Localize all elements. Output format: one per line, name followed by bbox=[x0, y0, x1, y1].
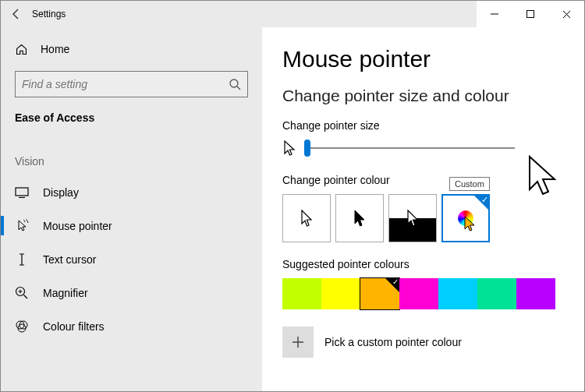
maximize-button[interactable] bbox=[512, 1, 548, 27]
colour-swatch[interactable] bbox=[477, 278, 516, 309]
home-nav[interactable]: Home bbox=[1, 34, 262, 65]
back-button[interactable] bbox=[1, 1, 32, 27]
plus-icon bbox=[282, 327, 314, 358]
sidebar-item-label: Magnifier bbox=[43, 287, 88, 299]
svg-point-12 bbox=[18, 324, 26, 332]
colour-filters-icon bbox=[15, 320, 29, 334]
page-title: Mouse pointer bbox=[282, 46, 564, 72]
pointer-colour-inverted[interactable] bbox=[388, 194, 437, 242]
svg-line-7 bbox=[24, 295, 28, 298]
svg-point-2 bbox=[230, 79, 238, 87]
sidebar-item-label: Colour filters bbox=[43, 320, 105, 333]
sidebar-item-display[interactable]: Display bbox=[1, 175, 262, 209]
pick-custom-colour[interactable]: Pick a custom pointer colour bbox=[282, 327, 564, 358]
suggested-colours: ✓ bbox=[282, 278, 564, 309]
slider-thumb[interactable] bbox=[304, 139, 310, 157]
home-icon bbox=[15, 43, 28, 56]
group-heading: Vision bbox=[1, 138, 262, 175]
search-icon bbox=[229, 78, 241, 90]
sidebar-item-label: Text cursor bbox=[43, 253, 96, 266]
close-button[interactable] bbox=[548, 1, 584, 27]
colour-swatch[interactable] bbox=[321, 278, 360, 309]
sidebar-item-text-cursor[interactable]: Text cursor bbox=[1, 242, 262, 276]
text-cursor-icon bbox=[15, 253, 29, 267]
search-box[interactable] bbox=[15, 71, 248, 97]
small-cursor-icon bbox=[282, 139, 296, 157]
colour-swatch[interactable] bbox=[399, 278, 438, 309]
colour-swatch[interactable] bbox=[516, 278, 555, 309]
sidebar: Home Ease of Access Vision Display bbox=[1, 27, 262, 391]
sidebar-item-magnifier[interactable]: Magnifier bbox=[1, 276, 262, 309]
content-area: Mouse pointer Change pointer size and co… bbox=[262, 27, 584, 391]
svg-line-3 bbox=[237, 87, 240, 90]
magnifier-icon bbox=[15, 286, 29, 300]
mouse-pointer-icon bbox=[15, 219, 29, 233]
titlebar: Settings bbox=[1, 1, 584, 27]
large-cursor-icon bbox=[525, 154, 559, 197]
search-input[interactable] bbox=[22, 78, 229, 90]
colour-swatch[interactable] bbox=[282, 278, 321, 309]
colour-swatch[interactable]: ✓ bbox=[360, 278, 399, 309]
colour-swatch[interactable] bbox=[438, 278, 477, 309]
sidebar-item-mouse-pointer[interactable]: Mouse pointer bbox=[1, 209, 262, 242]
sidebar-item-label: Mouse pointer bbox=[43, 220, 112, 232]
custom-tooltip: Custom bbox=[449, 177, 490, 191]
pointer-size-slider[interactable] bbox=[304, 139, 515, 157]
sidebar-item-label: Display bbox=[43, 186, 79, 199]
svg-rect-1 bbox=[527, 11, 534, 18]
pointer-colour-black[interactable] bbox=[335, 194, 384, 242]
home-label: Home bbox=[41, 43, 69, 55]
sidebar-item-colour-filters[interactable]: Colour filters bbox=[1, 309, 262, 343]
section-heading: Ease of Access bbox=[1, 107, 262, 138]
display-icon bbox=[15, 187, 29, 198]
svg-rect-4 bbox=[16, 188, 28, 196]
pick-custom-label: Pick a custom pointer colour bbox=[324, 336, 462, 348]
window-title: Settings bbox=[32, 9, 66, 19]
check-icon: ✓ bbox=[392, 277, 399, 286]
pointer-colour-custom[interactable]: Custom ✓ bbox=[441, 194, 490, 242]
pointer-colour-white[interactable] bbox=[282, 194, 331, 242]
page-subtitle: Change pointer size and colour bbox=[282, 87, 564, 105]
minimize-button[interactable] bbox=[477, 1, 512, 27]
size-label: Change pointer size bbox=[282, 119, 564, 132]
check-icon: ✓ bbox=[481, 195, 488, 205]
suggested-label: Suggested pointer colours bbox=[282, 258, 564, 270]
colour-label: Change pointer colour bbox=[282, 174, 564, 186]
